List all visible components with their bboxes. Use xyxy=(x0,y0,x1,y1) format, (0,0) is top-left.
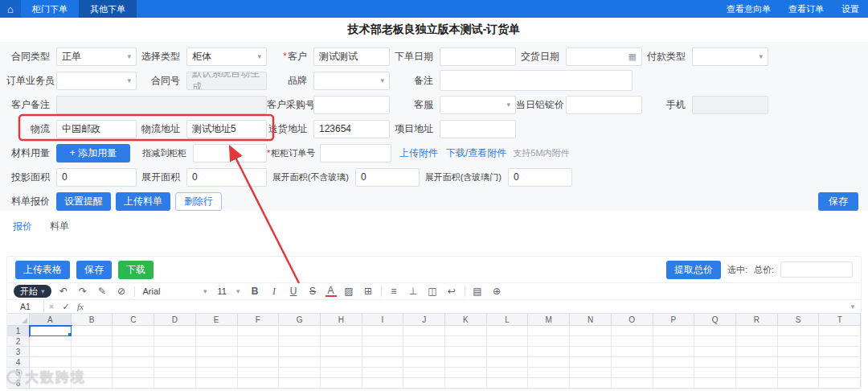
cell-S7[interactable] xyxy=(778,389,820,389)
cell-A7[interactable] xyxy=(30,389,72,389)
select-type-select[interactable]: 柜体▾ xyxy=(186,47,267,66)
cell-K5[interactable] xyxy=(445,368,487,378)
cell-S4[interactable] xyxy=(778,357,820,368)
column-header-M[interactable]: M xyxy=(528,314,570,326)
cell-P1[interactable] xyxy=(653,326,695,336)
column-header-S[interactable]: S xyxy=(778,314,820,326)
download-button[interactable]: 下载 xyxy=(118,261,154,279)
cell-D7[interactable] xyxy=(154,389,196,389)
cell-O3[interactable] xyxy=(612,347,653,357)
cell-N4[interactable] xyxy=(570,357,612,368)
column-header-K[interactable]: K xyxy=(445,314,487,326)
column-header-I[interactable]: I xyxy=(362,314,404,326)
cell-B3[interactable] xyxy=(72,347,113,357)
top-tab-cabinet-door-order[interactable]: 柜门下单 xyxy=(21,0,79,18)
cell-D4[interactable] xyxy=(154,357,196,368)
cell-T5[interactable] xyxy=(819,368,861,378)
cell-C6[interactable] xyxy=(113,378,154,389)
cell-Q5[interactable] xyxy=(694,368,736,378)
cell-K1[interactable] xyxy=(445,326,487,336)
cell-M1[interactable] xyxy=(528,326,570,336)
cell-E4[interactable] xyxy=(196,357,238,368)
cell-T4[interactable] xyxy=(819,357,861,368)
row-header-7[interactable]: 7 xyxy=(7,389,30,389)
cell-H1[interactable] xyxy=(321,326,362,336)
cell-C2[interactable] xyxy=(113,336,154,347)
column-header-A[interactable]: A xyxy=(30,314,72,326)
project-address-input[interactable] xyxy=(440,120,516,138)
cell-J1[interactable] xyxy=(403,326,445,336)
cell-H5[interactable] xyxy=(321,368,362,378)
cell-I7[interactable] xyxy=(362,389,404,389)
cell-C4[interactable] xyxy=(113,357,154,368)
cell-K6[interactable] xyxy=(445,378,487,389)
cell-R5[interactable] xyxy=(736,368,778,378)
cell-P6[interactable] xyxy=(653,378,695,389)
cell-S3[interactable] xyxy=(778,347,820,357)
cell-T7[interactable] xyxy=(819,389,861,389)
cell-I5[interactable] xyxy=(362,368,404,378)
cell-M2[interactable] xyxy=(528,336,570,347)
cell-L3[interactable] xyxy=(487,347,529,357)
cell-F4[interactable] xyxy=(238,357,280,368)
shipping-address-input[interactable]: 123654 xyxy=(313,120,390,138)
cell-P7[interactable] xyxy=(653,389,695,389)
underline-icon[interactable]: U xyxy=(287,286,301,297)
cell-E7[interactable] xyxy=(196,389,238,389)
cell-G6[interactable] xyxy=(279,378,321,389)
cell-H4[interactable] xyxy=(321,357,362,368)
cell-Q4[interactable] xyxy=(694,357,736,368)
select-all-corner[interactable] xyxy=(7,314,30,326)
cell-G2[interactable] xyxy=(279,336,321,347)
cell-Q6[interactable] xyxy=(694,378,736,389)
column-header-N[interactable]: N xyxy=(570,314,612,326)
cell-N5[interactable] xyxy=(570,368,612,378)
aluminum-price-input[interactable] xyxy=(566,96,642,114)
cell-F1[interactable] xyxy=(238,326,280,336)
cell-O2[interactable] xyxy=(612,336,653,347)
service-select[interactable]: ▾ xyxy=(440,96,516,114)
payment-type-select[interactable]: ▾ xyxy=(692,47,768,66)
cell-J4[interactable] xyxy=(403,357,445,368)
cell-G4[interactable] xyxy=(279,357,321,368)
start-menu-button[interactable]: 开始▾ xyxy=(14,285,51,298)
cell-K2[interactable] xyxy=(445,336,487,347)
column-header-T[interactable]: T xyxy=(819,314,861,326)
order-date-input[interactable] xyxy=(440,47,516,66)
cell-C1[interactable] xyxy=(113,326,154,336)
cell-T2[interactable] xyxy=(819,336,861,347)
brand-select[interactable]: ▾ xyxy=(313,72,390,90)
projection-area-input[interactable]: 0 xyxy=(56,168,137,187)
cell-K4[interactable] xyxy=(445,357,487,368)
cell-R1[interactable] xyxy=(736,326,778,336)
cell-R3[interactable] xyxy=(736,347,778,357)
cell-F3[interactable] xyxy=(238,347,280,357)
cell-F6[interactable] xyxy=(238,378,280,389)
total-price-input[interactable] xyxy=(780,261,853,278)
cell-G1[interactable] xyxy=(279,326,321,336)
cell-T6[interactable] xyxy=(819,378,861,389)
font-size-select[interactable]: 11▾ xyxy=(215,286,243,296)
cell-C7[interactable] xyxy=(113,389,154,389)
logistics-address-input[interactable]: 测试地址5 xyxy=(186,120,267,138)
cell-L1[interactable] xyxy=(487,326,529,336)
formula-input[interactable] xyxy=(88,300,850,313)
cell-F2[interactable] xyxy=(238,336,280,347)
cell-O5[interactable] xyxy=(612,368,653,378)
row-header-1[interactable]: 1 xyxy=(7,326,30,336)
customer-input[interactable]: 测试测试 xyxy=(313,47,390,66)
cell-B2[interactable] xyxy=(72,336,113,347)
cell-S1[interactable] xyxy=(778,326,820,336)
set-reminder-button[interactable]: 设置提醒 xyxy=(56,192,111,211)
font-color-icon[interactable]: A xyxy=(326,286,337,297)
delivery-date-input[interactable]: ▦ xyxy=(566,47,642,66)
cell-H7[interactable] xyxy=(321,389,362,389)
insert-link-icon[interactable]: ⊕ xyxy=(490,286,504,297)
font-family-select[interactable]: Arial▾ xyxy=(141,286,210,296)
cell-J6[interactable] xyxy=(403,378,445,389)
tab-quote[interactable]: 报价 xyxy=(13,220,32,233)
cell-O6[interactable] xyxy=(612,378,653,389)
cell-H2[interactable] xyxy=(321,336,362,347)
align-icon[interactable]: ≡ xyxy=(387,286,401,297)
cell-O1[interactable] xyxy=(612,326,653,336)
